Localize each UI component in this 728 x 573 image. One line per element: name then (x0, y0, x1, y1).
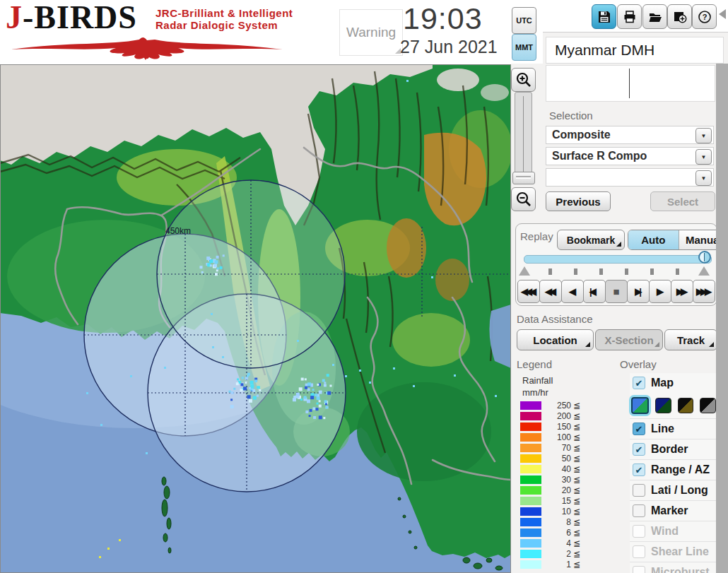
overlay-label: Overlay (620, 358, 657, 370)
zoom-in-button[interactable] (511, 68, 536, 92)
dropdown-product-value: Surface R Compo (552, 150, 647, 163)
warning-label: Warning (346, 25, 396, 40)
overlay-checkbox-line[interactable]: ✔ (633, 423, 645, 435)
radar-echo-pixel (317, 396, 320, 400)
overlay-checkbox-range-az[interactable]: ✔ (633, 463, 645, 476)
jump-start-button[interactable]: ◀◀◀ (517, 280, 540, 303)
less-equal-symbol: ≦ (573, 454, 580, 463)
radar-echo-pixel (454, 374, 456, 377)
chevron-down-icon[interactable]: ▼ (695, 149, 712, 165)
radar-echo-pixel (240, 389, 242, 391)
overlay-label-marker: Marker (651, 504, 688, 517)
radar-echo-pixel (323, 417, 325, 419)
utc-button[interactable]: UTC (512, 7, 536, 34)
legend-row: 10≦ (520, 506, 594, 516)
map-viewport[interactable]: 450km (0, 64, 511, 573)
replay-mode-switch: Auto Manual (628, 230, 728, 250)
map-style-black-gray[interactable] (700, 398, 716, 413)
replay-slider-handle[interactable] (698, 251, 711, 264)
help-icon: ? (698, 10, 712, 24)
legend-value: 100 (541, 432, 571, 442)
legend-color-swatch (520, 423, 541, 431)
map-style-blue-green[interactable] (631, 397, 649, 414)
help-button[interactable]: ? (692, 4, 717, 29)
legend-color-swatch (520, 528, 541, 537)
select-button[interactable]: Select (650, 191, 715, 211)
panel-collapse-arrow[interactable] (719, 9, 726, 19)
overlay-checkbox-border[interactable]: ✔ (633, 443, 645, 456)
dropdown-composite[interactable]: Composite ▼ (546, 126, 714, 144)
chevron-down-icon[interactable]: ▼ (695, 128, 712, 143)
dropdown-product[interactable]: Surface R Compo ▼ (546, 147, 714, 165)
radar-echo-pixel (253, 396, 257, 400)
overlay-checkbox-shear-line[interactable] (633, 545, 645, 558)
radar-echo-pixel (315, 394, 317, 396)
save-button[interactable] (592, 4, 616, 29)
previous-button[interactable]: Previous (546, 191, 611, 211)
overlay-row-lati-long: Lati / Long (630, 480, 716, 500)
legend-row: 70≦ (520, 442, 594, 453)
zoom-out-icon (515, 191, 532, 208)
jump-end-button[interactable]: ▶▶▶ (693, 280, 715, 303)
radar-echo-pixel (247, 395, 251, 398)
replay-slider-track[interactable] (524, 255, 712, 264)
chevron-down-icon[interactable]: ▼ (695, 170, 712, 186)
radar-echo-pixel (322, 379, 325, 382)
radar-echo-pixel (309, 415, 311, 417)
slider-end-marker[interactable] (698, 266, 710, 276)
step-back-button[interactable]: |◀ (583, 280, 606, 303)
auto-button[interactable]: Auto (628, 230, 679, 249)
track-button[interactable]: Track (664, 329, 717, 350)
radar-echo-pixel (222, 356, 224, 358)
zoom-out-button[interactable] (511, 187, 536, 211)
rewind-button[interactable]: ◀◀ (539, 280, 562, 303)
capture-add-button[interactable] (667, 4, 692, 29)
step-forward-button[interactable]: ▶| (627, 280, 650, 303)
play-button[interactable]: ▶ (649, 280, 671, 303)
open-folder-button[interactable] (642, 4, 667, 29)
overlay-checkbox-microburst[interactable] (633, 566, 645, 573)
radar-echo-pixel (431, 276, 433, 278)
play-reverse-button[interactable]: ◀ (561, 280, 584, 303)
radar-echo-pixel (250, 384, 254, 388)
mmt-button[interactable]: MMT (512, 34, 536, 61)
print-icon (623, 10, 637, 24)
less-equal-symbol: ≦ (573, 549, 580, 559)
legend-row: 30≦ (520, 474, 594, 485)
overlay-checkbox-lati-long[interactable] (633, 484, 645, 497)
overlay-label-map: Map (651, 377, 674, 389)
slider-tick (548, 268, 552, 275)
utc-label: UTC (516, 16, 532, 25)
bookmark-button[interactable]: Bookmark (557, 230, 625, 250)
legend-value: 15 (541, 496, 571, 506)
overlay-row-marker: Marker (630, 500, 716, 521)
dropdown-elevation[interactable]: ▼ (546, 168, 714, 187)
xsection-button[interactable]: X-Section (595, 329, 663, 350)
legend-title-rainfall: Rainfall (522, 375, 553, 386)
overlay-checkbox-wind[interactable] (633, 525, 645, 538)
save-icon (597, 10, 611, 24)
zoom-slider-handle[interactable] (512, 172, 535, 184)
panel-scrollbar[interactable] (716, 64, 728, 573)
radar-echo-pixel (215, 273, 218, 276)
map-style-navy-darkgreen[interactable] (655, 398, 671, 413)
print-button[interactable] (617, 4, 642, 29)
zoom-slider-track[interactable] (515, 92, 532, 182)
overlay-row-line: ✔Line (630, 418, 716, 439)
legend-row: 4≦ (520, 538, 594, 548)
less-equal-symbol: ≦ (573, 528, 580, 538)
radar-echo-pixel (324, 382, 326, 384)
overlay-row-range-az: ✔Range / AZ (630, 459, 716, 480)
overlay-checkbox-marker[interactable] (633, 504, 645, 517)
warning-button[interactable]: Warning (339, 9, 403, 56)
radar-echo-pixel (217, 267, 219, 269)
stop-button[interactable]: ■ (605, 280, 628, 303)
slider-start-marker[interactable] (519, 266, 530, 276)
fast-forward-button[interactable]: ▶▶ (671, 280, 693, 303)
station-info-box (546, 65, 715, 102)
radar-echo-pixel (305, 386, 307, 389)
overlay-checkbox-map[interactable]: ✔ (633, 377, 645, 389)
legend-value: 4 (541, 538, 571, 548)
map-style-black-olive[interactable] (678, 398, 694, 413)
location-button[interactable]: Location (517, 329, 594, 350)
